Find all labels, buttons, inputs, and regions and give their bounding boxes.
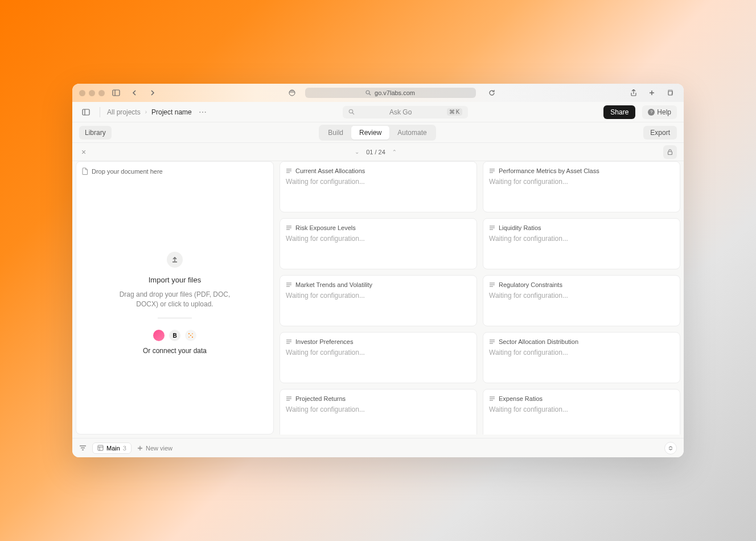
svg-point-13 <box>188 333 190 334</box>
text-icon <box>489 282 495 288</box>
traffic-lights <box>79 90 105 96</box>
chevron-right-icon: › <box>145 109 147 115</box>
svg-line-4 <box>369 94 371 96</box>
tab-build[interactable]: Build <box>320 126 351 140</box>
drop-header-text: Drop your document here <box>92 168 163 175</box>
card-title: Projected Returns <box>295 395 346 402</box>
help-button[interactable]: ? Help <box>642 105 677 119</box>
grid-icon <box>97 445 104 451</box>
card-title: Performance Metrics by Asset Class <box>499 167 599 174</box>
traffic-light-minimize[interactable] <box>89 90 95 96</box>
svg-line-11 <box>352 113 354 114</box>
lock-icon <box>667 149 673 155</box>
page-prev-icon[interactable]: ⌄ <box>355 149 359 155</box>
property-card[interactable]: Regulatory ConstraintsWaiting for config… <box>483 275 680 326</box>
search-icon <box>365 90 371 96</box>
svg-point-14 <box>192 333 193 334</box>
lock-button[interactable] <box>663 145 677 159</box>
new-view-button[interactable]: New view <box>137 445 172 452</box>
card-header: Market Trends and Volatility <box>286 281 471 288</box>
integration-icon-2[interactable]: B <box>169 330 180 341</box>
expand-button[interactable] <box>664 442 677 454</box>
view-chip-main[interactable]: Main 3 <box>92 442 132 454</box>
url-bar[interactable]: go.v7labs.com <box>305 88 476 98</box>
card-header: Expense Ratios <box>489 395 674 402</box>
library-button[interactable]: Library <box>79 126 112 140</box>
property-card[interactable]: Expense RatiosWaiting for configuration.… <box>483 389 680 435</box>
page-bar: × ⌄ 01 / 24 ⌄ <box>72 143 684 161</box>
traffic-light-close[interactable] <box>79 90 85 96</box>
svg-rect-12 <box>668 151 672 155</box>
export-button[interactable]: Export <box>643 126 677 140</box>
new-view-label: New view <box>146 445 172 452</box>
more-icon[interactable]: ⋯ <box>199 108 207 117</box>
back-icon[interactable] <box>128 86 141 100</box>
filter-icon[interactable] <box>79 445 87 451</box>
card-title: Market Trends and Volatility <box>295 281 372 288</box>
card-title: Sector Allocation Distribution <box>499 338 578 345</box>
text-icon <box>489 396 495 401</box>
text-icon <box>489 225 495 231</box>
ask-go-placeholder: Ask Go <box>359 108 442 116</box>
import-description: Drag and drop your files (PDF, DOC, DOCX… <box>118 290 232 309</box>
property-card[interactable]: Projected ReturnsWaiting for configurati… <box>280 389 477 435</box>
close-icon[interactable]: × <box>79 147 88 157</box>
card-status: Waiting for configuration... <box>489 292 674 300</box>
card-header: Sector Allocation Distribution <box>489 338 674 345</box>
app-sidebar-toggle[interactable] <box>79 105 93 119</box>
browser-chrome: go.v7labs.com <box>72 84 684 102</box>
tabs-overview-icon[interactable] <box>663 86 677 100</box>
svg-point-17 <box>192 337 193 338</box>
app-header: All projects › Project name ⋯ Ask Go ⌘ K… <box>72 102 684 122</box>
ask-go-input[interactable]: Ask Go ⌘ K <box>343 106 468 118</box>
new-tab-icon[interactable] <box>645 86 659 100</box>
cards-column-1: Current Asset AllocationsWaiting for con… <box>280 161 477 435</box>
property-card[interactable]: Performance Metrics by Asset ClassWaitin… <box>483 161 680 212</box>
divider <box>158 318 192 318</box>
card-header: Investor Preferences <box>286 338 471 345</box>
browser-window: go.v7labs.com All projects › Project nam… <box>72 84 684 457</box>
card-title: Liquidity Ratios <box>499 224 541 231</box>
property-card[interactable]: Current Asset AllocationsWaiting for con… <box>280 161 477 212</box>
integration-icon-1[interactable] <box>153 330 165 341</box>
plus-icon <box>137 445 143 451</box>
page-indicator: 01 / 24 <box>366 149 385 155</box>
card-status: Waiting for configuration... <box>489 349 674 356</box>
property-card[interactable]: Liquidity RatiosWaiting for configuratio… <box>483 218 680 269</box>
card-status: Waiting for configuration... <box>286 178 471 186</box>
tab-automate[interactable]: Automate <box>389 126 434 140</box>
privacy-shield-icon[interactable] <box>288 89 296 97</box>
footer: Main 3 New view <box>72 438 684 457</box>
breadcrumb-root[interactable]: All projects <box>107 108 141 116</box>
card-title: Expense Ratios <box>499 395 543 402</box>
sidebar-toggle-icon[interactable] <box>109 86 123 100</box>
document-icon <box>82 167 88 175</box>
text-icon <box>286 168 292 174</box>
tab-review[interactable]: Review <box>351 126 389 140</box>
breadcrumb-current[interactable]: Project name <box>151 108 192 116</box>
svg-rect-7 <box>668 91 672 95</box>
forward-icon[interactable] <box>146 86 159 100</box>
share-button[interactable]: Share <box>603 105 635 119</box>
property-card[interactable]: Market Trends and VolatilityWaiting for … <box>280 275 477 326</box>
property-card[interactable]: Sector Allocation DistributionWaiting fo… <box>483 332 680 383</box>
drop-body[interactable]: Import your files Drag and drop your fil… <box>82 178 268 428</box>
property-card[interactable]: Investor PreferencesWaiting for configur… <box>280 332 477 383</box>
card-title: Regulatory Constraints <box>499 281 562 288</box>
svg-rect-8 <box>83 109 89 115</box>
property-card[interactable]: Risk Exposure LevelsWaiting for configur… <box>280 218 477 269</box>
text-icon <box>286 282 292 288</box>
cards-column-2: Performance Metrics by Asset ClassWaitin… <box>483 161 680 435</box>
traffic-light-zoom[interactable] <box>98 90 105 96</box>
svg-point-15 <box>190 335 191 336</box>
pagination: ⌄ 01 / 24 ⌄ <box>355 149 397 155</box>
reload-icon[interactable] <box>485 86 499 100</box>
page-next-icon[interactable]: ⌄ <box>392 149 397 155</box>
card-header: Current Asset Allocations <box>286 167 471 174</box>
card-header: Projected Returns <box>286 395 471 402</box>
card-title: Investor Preferences <box>295 338 354 345</box>
integration-icon-3[interactable] <box>185 330 196 341</box>
card-header: Liquidity Ratios <box>489 224 674 231</box>
integration-icons: B <box>153 330 196 341</box>
share-chrome-icon[interactable] <box>627 86 640 100</box>
